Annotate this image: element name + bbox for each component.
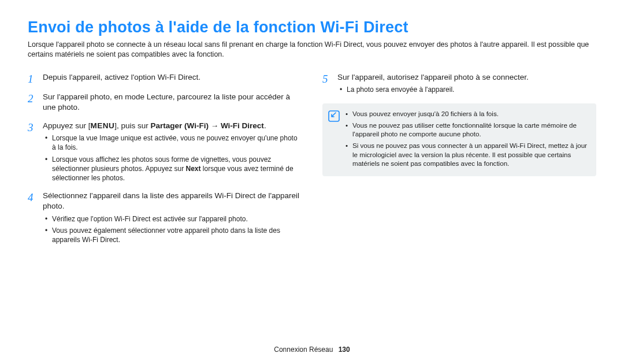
- step-2: 2 Sur l'appareil photo, en mode Lecture,…: [28, 92, 302, 115]
- step-subitem: Vérifiez que l'option Wi-Fi Direct est a…: [45, 214, 302, 224]
- page-footer: Connexion Réseau 130: [0, 346, 624, 354]
- right-column: 5 Sur l'appareil, autorisez l'appareil p…: [322, 72, 596, 252]
- step-text: Sélectionnez l'appareil dans la liste de…: [43, 191, 302, 211]
- footer-page-number: 130: [339, 346, 350, 354]
- step-number: 4: [28, 191, 43, 205]
- step-subitem: Lorsque vous affichez les photos sous fo…: [45, 155, 302, 183]
- step-1: 1 Depuis l'appareil, activez l'option Wi…: [28, 72, 302, 86]
- intro-paragraph: Lorsque l'appareil photo se connecte à u…: [28, 40, 596, 60]
- page-title: Envoi de photos à l'aide de la fonction …: [28, 18, 596, 36]
- step-text: Appuyez sur [MENU], puis sur Partager (W…: [43, 121, 302, 131]
- step-number: 3: [28, 121, 43, 135]
- info-callout: Vous pouvez envoyer jusqu'à 20 fichiers …: [322, 103, 596, 176]
- step-number: 1: [28, 72, 43, 86]
- step-4: 4 Sélectionnez l'appareil dans la liste …: [28, 191, 302, 247]
- step-text: Depuis l'appareil, activez l'option Wi-F…: [43, 72, 200, 83]
- note-item: Vous pouvez envoyer jusqu'à 20 fichiers …: [346, 109, 589, 118]
- step-text: Sur l'appareil, autorisez l'appareil pho…: [337, 72, 529, 83]
- note-item: Si vous ne pouvez pas vous connecter à u…: [346, 141, 589, 168]
- step-number: 2: [28, 92, 43, 106]
- step-5: 5 Sur l'appareil, autorisez l'appareil p…: [322, 72, 596, 96]
- step-text: Sur l'appareil photo, en mode Lecture, p…: [43, 92, 302, 113]
- footer-section: Connexion Réseau: [274, 346, 333, 354]
- info-icon: [328, 110, 341, 124]
- step-3: 3 Appuyez sur [MENU], puis sur Partager …: [28, 121, 302, 185]
- left-column: 1 Depuis l'appareil, activez l'option Wi…: [28, 72, 302, 252]
- svg-rect-0: [329, 111, 339, 121]
- step-subitem: La photo sera envoyée à l'appareil.: [340, 85, 529, 94]
- step-number: 5: [322, 72, 337, 86]
- menu-glyph: MENU: [91, 121, 115, 130]
- step-subitem: Lorsque la vue Image unique est activée,…: [45, 133, 302, 152]
- step-subitem: Vous pouvez également sélectionner votre…: [45, 226, 302, 244]
- note-item: Vous ne pouvez pas utiliser cette foncti…: [346, 121, 589, 139]
